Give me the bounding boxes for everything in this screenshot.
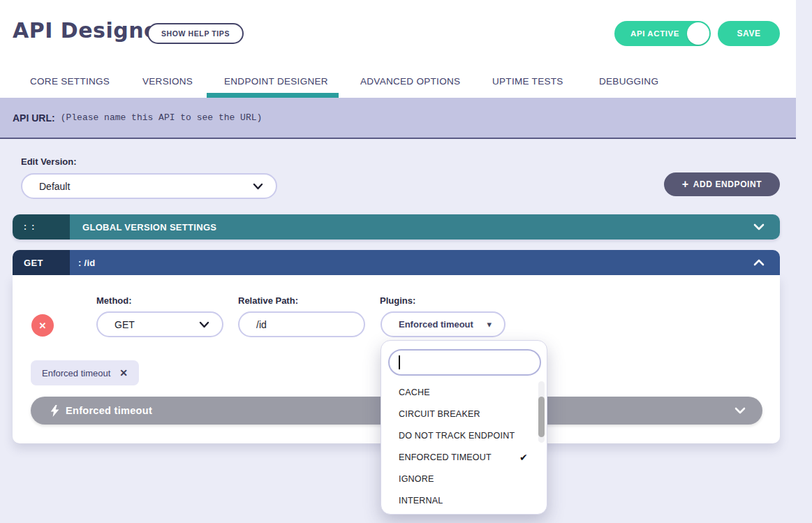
plugins-select-value: Enforced timeout [399, 319, 487, 330]
tab-endpoint-designer[interactable]: ENDPOINT DESIGNER [224, 75, 328, 87]
chevron-down-icon[interactable] [753, 223, 765, 230]
endpoint-path-label: : /id [78, 258, 753, 268]
remove-plugin-icon[interactable]: ✕ [119, 367, 128, 378]
selected-plugin-tag: Enforced timeout ✕ [31, 360, 139, 385]
method-select-value: GET [115, 319, 199, 330]
endpoint-bar-get-id[interactable]: GET : /id [13, 250, 780, 275]
tab-versions[interactable]: VERSIONS [142, 75, 193, 87]
global-version-settings-bar[interactable]: : : GLOBAL VERSION SETTINGS [13, 214, 780, 240]
plugin-option-do-not-track-endpoint[interactable]: DO NOT TRACK ENDPOINT [381, 425, 547, 446]
plugin-option-enforced-timeout[interactable]: ENFORCED TIMEOUT ✔ [381, 446, 547, 468]
edit-version-value: Default [39, 181, 253, 192]
plugins-field-label: Plugins: [380, 295, 415, 306]
tab-uptime-tests[interactable]: UPTIME TESTS [492, 75, 563, 87]
chevron-down-icon [253, 183, 263, 190]
save-button[interactable]: SAVE [718, 21, 780, 46]
tab-debugging[interactable]: DEBUGGING [599, 75, 658, 87]
api-designer-page: API Designer SHOW HELP TIPS API ACTIVE S… [0, 0, 812, 523]
chevron-down-icon [199, 321, 209, 328]
api-active-toggle[interactable]: API ACTIVE [614, 21, 711, 46]
chevron-up-icon[interactable] [753, 259, 765, 266]
plugin-options-list: CACHE CIRCUIT BREAKER DO NOT TRACK ENDPO… [381, 381, 547, 511]
api-url-label: API URL: [13, 112, 55, 124]
plugin-option-cache[interactable]: CACHE [381, 381, 547, 403]
plugin-tag-label: Enforced timeout [42, 368, 110, 378]
page-title: API Designer [13, 18, 169, 43]
check-icon: ✔ [519, 452, 528, 463]
relative-path-field-label: Relative Path: [238, 295, 298, 306]
bolt-icon [50, 405, 59, 417]
close-icon: ✕ [39, 321, 47, 331]
plugin-option-internal[interactable]: INTERNAL [381, 489, 547, 511]
global-version-settings-label: GLOBAL VERSION SETTINGS [82, 222, 753, 233]
remove-endpoint-button[interactable]: ✕ [31, 314, 54, 337]
plugins-dropdown-panel: CACHE CIRCUIT BREAKER DO NOT TRACK ENDPO… [381, 340, 547, 515]
tab-advanced-options[interactable]: ADVANCED OPTIONS [360, 75, 460, 87]
toggle-knob-icon[interactable] [687, 22, 709, 45]
api-url-bar: API URL: (Please name this API to see th… [0, 98, 796, 139]
show-help-tips-button[interactable]: SHOW HELP TIPS [147, 23, 244, 44]
drag-handle-icon[interactable]: : : [13, 214, 70, 240]
relative-path-input[interactable] [238, 311, 365, 337]
edit-version-label: Edit Version: [21, 156, 76, 167]
tab-core-settings[interactable]: CORE SETTINGS [30, 75, 110, 87]
plus-icon: + [682, 180, 689, 189]
plugin-search-input[interactable] [388, 349, 541, 376]
add-endpoint-label: ADD ENDPOINT [693, 179, 762, 189]
page-header: API Designer SHOW HELP TIPS API ACTIVE S… [0, 0, 796, 98]
edit-version-select[interactable]: Default [21, 173, 277, 199]
active-tab-indicator [207, 93, 339, 98]
add-endpoint-button[interactable]: + ADD ENDPOINT [664, 172, 780, 196]
api-url-value: (Please name this API to see the URL) [61, 112, 263, 123]
plugin-option-ignore[interactable]: IGNORE [381, 468, 547, 489]
method-select[interactable]: GET [96, 311, 223, 337]
text-cursor [399, 355, 400, 369]
dropdown-scrollbar-thumb[interactable] [538, 397, 545, 437]
api-active-label: API ACTIVE [630, 29, 679, 38]
chevron-down-icon[interactable] [735, 407, 746, 414]
plugins-multiselect[interactable]: Enforced timeout ▾ [381, 311, 505, 337]
plugin-option-circuit-breaker[interactable]: CIRCUIT BREAKER [381, 403, 547, 425]
endpoint-method-badge: GET [13, 250, 70, 275]
method-field-label: Method: [96, 295, 132, 306]
caret-down-icon: ▾ [487, 321, 492, 328]
